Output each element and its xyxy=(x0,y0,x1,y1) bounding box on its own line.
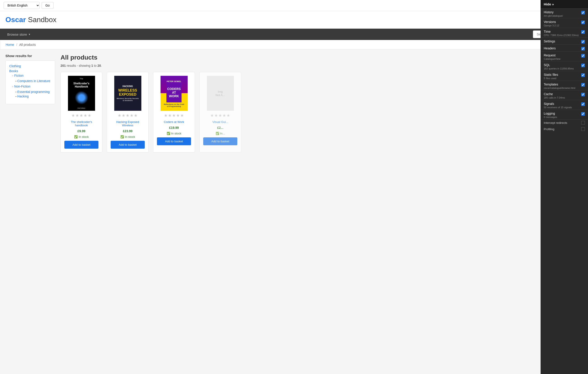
circle-bullet-icon: ○ xyxy=(12,85,13,88)
products-area: All products 201 results - showing 1 to … xyxy=(61,54,252,152)
sidebar-link-hacking[interactable]: Hacking xyxy=(17,94,29,98)
ddt-time-item[interactable]: Time CPU: 7388.31ms (21382.53ms) xyxy=(541,28,588,38)
sidebar-box: Clothing Books ○ Fiction ▪ xyxy=(5,61,55,104)
add-to-basket-button[interactable]: Add to basket xyxy=(64,141,98,149)
ddt-versions-checkbox[interactable] xyxy=(581,20,585,24)
product-image: The Shellcoder'sHandbook 2nd Edition xyxy=(68,76,95,111)
sidebar-link-nonfiction[interactable]: Non-Fiction xyxy=(14,85,31,88)
ddt-item-name: Static files xyxy=(544,73,579,76)
ddt-item-name: SQL xyxy=(544,63,579,67)
ddt-time-checkbox[interactable] xyxy=(581,30,585,34)
breadcrumb-home[interactable]: Home xyxy=(6,43,14,46)
sidebar-link-computers-fiction[interactable]: Computers in Literature xyxy=(17,79,50,83)
ddt-item-name: Versions xyxy=(544,20,579,24)
ddt-item-name: Settings xyxy=(544,40,579,43)
circle-bullet-icon: ○ xyxy=(12,74,13,77)
product-price: £2... xyxy=(217,126,223,130)
ddt-staticfiles-checkbox[interactable] xyxy=(581,73,585,77)
ddt-signals-item[interactable]: Signals 50 receivers of 15 signals xyxy=(541,100,588,110)
sidebar-link-clothing[interactable]: Clothing xyxy=(9,64,21,68)
ddt-hide-button[interactable]: Hide » xyxy=(541,0,588,9)
ddt-logging-checkbox[interactable] xyxy=(581,112,585,116)
product-stars: ★★★★★ xyxy=(164,113,184,118)
ddt-logging-item[interactable]: Logging 0 messages xyxy=(541,110,588,120)
breadcrumb-separator: / xyxy=(16,43,17,46)
debug-toolbar: Hide » History /en-gb/catalogue/ Version… xyxy=(541,0,588,157)
ddt-sql-checkbox[interactable] xyxy=(581,64,585,67)
square-bullet-icon: ▪ xyxy=(16,91,17,93)
ddt-item-detail: /en-gb/catalogue/ xyxy=(544,14,579,17)
results-from: 1 xyxy=(91,64,93,67)
ddt-cache-item[interactable]: Cache 185 calls in 7.04ms xyxy=(541,91,588,100)
sidebar-link-books[interactable]: Books xyxy=(9,69,18,73)
square-bullet-icon: ▪ xyxy=(16,95,17,98)
square-bullet-icon: ▪ xyxy=(16,80,17,82)
ddt-item-detail: 5 files used xyxy=(544,77,579,80)
ddt-item-name: Request xyxy=(544,53,579,57)
ddt-profiling-checkbox[interactable] xyxy=(581,127,585,131)
ddt-item-detail: CPU: 7388.31ms (21382.53ms) xyxy=(544,34,579,37)
ddt-cache-checkbox[interactable] xyxy=(581,93,585,96)
browse-store-button[interactable]: Browse store ▼ xyxy=(5,29,32,40)
sidebar-title: Show results for xyxy=(5,54,55,58)
product-title-link[interactable]: The shellcoder's handbook xyxy=(64,120,98,127)
sidebar-link-essential[interactable]: Essential programming xyxy=(17,90,50,94)
product-image: HACKING WIRELESSEXPOSED Wireless Securit… xyxy=(114,76,141,111)
product-price: £19.99 xyxy=(169,126,179,130)
product-stars: ★★★★★ xyxy=(71,113,92,118)
ddt-versions-item[interactable]: Versions Django 3.2.12 xyxy=(541,18,588,28)
browse-store-label: Browse store xyxy=(7,32,27,36)
logo-sandbox: Sandbox xyxy=(26,16,56,24)
ddt-headers-item[interactable]: Headers xyxy=(541,45,588,52)
add-to-basket-button[interactable]: Add to basket xyxy=(157,137,191,145)
list-item: Books ○ Fiction ▪ Computers in Literatur… xyxy=(9,69,51,99)
language-select[interactable]: British English xyxy=(4,2,40,9)
ddt-history-item[interactable]: History /en-gb/catalogue/ xyxy=(541,9,588,18)
in-stock-status: ✅ In... xyxy=(216,132,225,135)
ddt-item-name: Logging xyxy=(544,112,579,115)
site-logo: Oscar Sandbox xyxy=(5,16,56,24)
ddt-request-checkbox[interactable] xyxy=(581,54,585,58)
results-to: 20 xyxy=(97,64,101,67)
ddt-sql-item[interactable]: SQL 182 queries in 11556.85ms xyxy=(541,61,588,71)
ddt-profiling-item[interactable]: Profiling xyxy=(541,126,588,132)
product-title-link[interactable]: Visual Gui... xyxy=(212,120,228,124)
ddt-item-name: History xyxy=(544,10,579,14)
product-image: PETER SEIBEL CODERSATWORK Reflections on… xyxy=(160,76,188,111)
ddt-item-name: Headers xyxy=(544,46,579,50)
ddt-signals-checkbox[interactable] xyxy=(581,102,585,106)
ddt-settings-checkbox[interactable] xyxy=(581,40,585,43)
check-icon: ✅ xyxy=(167,132,170,135)
ddt-headers-checkbox[interactable] xyxy=(581,47,585,51)
ddt-item-detail: 185 calls in 7.04ms xyxy=(544,96,579,99)
ddt-item-name: Time xyxy=(544,30,579,33)
product-title-link[interactable]: Coders at Work xyxy=(164,120,184,124)
in-stock-status: ✅ In stock xyxy=(167,132,181,135)
ddt-item-detail: oscar/catalogue/browse.html xyxy=(544,87,579,89)
check-icon: ✅ xyxy=(74,135,78,139)
product-price: £9.99 xyxy=(77,129,85,133)
ddt-templates-checkbox[interactable] xyxy=(581,83,585,87)
go-button[interactable]: Go xyxy=(42,2,53,9)
ddt-item-detail: 0 messages xyxy=(544,116,579,118)
ddt-history-checkbox[interactable] xyxy=(581,11,585,14)
ddt-staticfiles-item[interactable]: Static files 5 files used xyxy=(541,71,588,81)
add-to-basket-button[interactable]: Add to basket xyxy=(203,137,237,145)
product-stars: ★★★★★ xyxy=(118,113,138,118)
product-title-link[interactable]: Hacking Exposed Wireless xyxy=(111,120,145,127)
ddt-templates-item[interactable]: Templates oscar/catalogue/browse.html xyxy=(541,81,588,91)
in-stock-status: ✅ In stock xyxy=(120,135,135,139)
list-item: ▪ Computers in Literature xyxy=(16,79,50,83)
add-to-basket-button[interactable]: Add to basket xyxy=(111,141,145,149)
ddt-intercept-checkbox[interactable] xyxy=(581,121,585,124)
product-card: HACKING WIRELESSEXPOSED Wireless Securit… xyxy=(107,72,148,152)
product-stars: ★★★★★ xyxy=(210,113,231,118)
ddt-intercept-label: Intercept redirects xyxy=(544,121,567,124)
ddt-settings-item[interactable]: Settings xyxy=(541,38,588,45)
check-icon: ✅ xyxy=(216,132,219,135)
sidebar-link-fiction[interactable]: Fiction xyxy=(14,74,23,77)
product-card: The Shellcoder'sHandbook 2nd Edition ★★★… xyxy=(61,72,102,152)
ddt-intercept-item[interactable]: Intercept redirects xyxy=(541,120,588,126)
dropdown-arrow-icon: ▼ xyxy=(29,33,31,36)
ddt-request-item[interactable]: Request CatalogueView xyxy=(541,52,588,61)
